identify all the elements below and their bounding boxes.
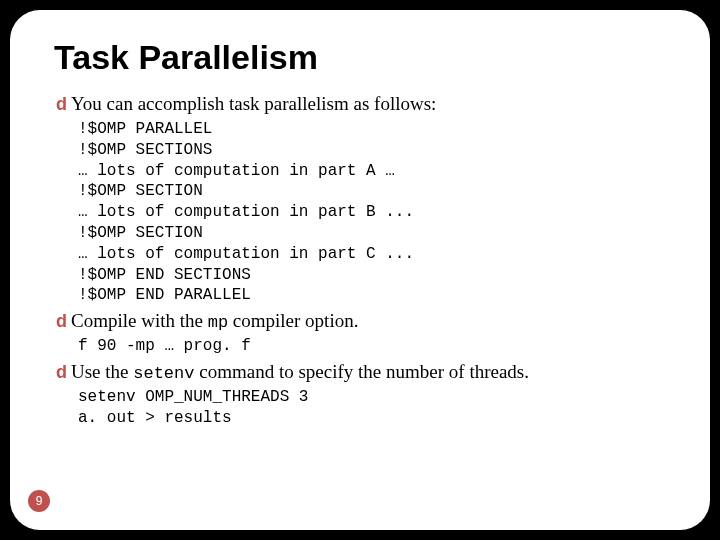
bullet-2-text: Compile with the mp compiler option. <box>71 310 358 332</box>
bullet-3: d Use the setenv command to specify the … <box>56 361 666 383</box>
bullet-3-post: command to specify the number of threads… <box>194 361 529 382</box>
bullet-icon: d <box>56 94 67 115</box>
bullet-3-text: Use the setenv command to specify the nu… <box>71 361 529 383</box>
bullet-3-code: setenv <box>133 364 194 383</box>
bullet-2-post: compiler option. <box>228 310 358 331</box>
bullet-2-code: mp <box>208 313 228 332</box>
bullet-2-pre: Compile with the <box>71 310 208 331</box>
bullet-1-text: You can accomplish task parallelism as f… <box>71 93 436 115</box>
page-number-badge: 9 <box>28 490 50 512</box>
bullet-2: d Compile with the mp compiler option. <box>56 310 666 332</box>
code-block-1: !$OMP PARALLEL !$OMP SECTIONS … lots of … <box>78 119 666 306</box>
bullet-1: d You can accomplish task parallelism as… <box>56 93 666 115</box>
bullet-icon: d <box>56 362 67 383</box>
slide-title: Task Parallelism <box>54 38 666 77</box>
slide: Task Parallelism d You can accomplish ta… <box>10 10 710 530</box>
bullet-3-pre: Use the <box>71 361 133 382</box>
code-block-2: f 90 -mp … prog. f <box>78 336 666 357</box>
bullet-icon: d <box>56 311 67 332</box>
code-block-3: setenv OMP_NUM_THREADS 3 a. out > result… <box>78 387 666 429</box>
